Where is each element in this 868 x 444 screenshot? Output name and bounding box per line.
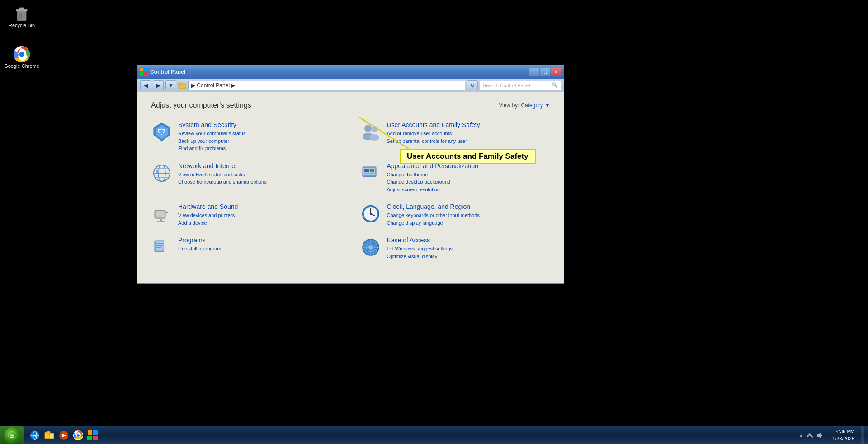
view-by-dropdown[interactable]: Category — [521, 102, 543, 109]
clock-title[interactable]: Clock, Language, and Region — [387, 203, 551, 210]
appearance-link-2[interactable]: Change desktop background — [387, 178, 551, 186]
network-link-2[interactable]: Choose homegroup and sharing options — [178, 178, 342, 186]
svg-point-8 — [19, 52, 24, 57]
start-orb: ⊞ — [4, 427, 20, 444]
svg-marker-73 — [817, 433, 821, 438]
ease-of-access-icon — [360, 236, 382, 258]
taskbar-chrome-icon[interactable] — [71, 429, 85, 442]
svg-rect-37 — [157, 221, 165, 222]
svg-rect-27 — [156, 170, 159, 173]
svg-text:e: e — [33, 433, 36, 438]
recycle-bin-icon[interactable]: Recycle Bin — [4, 5, 40, 28]
user-accounts-title[interactable]: User Accounts and Family Safety — [387, 121, 551, 128]
address-text: ▶ Control Panel ▶ — [191, 82, 235, 89]
recent-button[interactable]: ▼ — [165, 80, 176, 90]
svg-rect-72 — [93, 436, 98, 440]
ease-of-access-link-1[interactable]: Let Windows suggest settings — [387, 245, 551, 253]
adjust-title: Adjust your computer's settings — [151, 101, 251, 109]
search-box[interactable]: Search Control Panel 🔍 — [480, 81, 561, 90]
svg-point-68 — [77, 434, 80, 437]
svg-rect-2 — [19, 8, 24, 10]
svg-rect-70 — [93, 430, 98, 435]
clock-date: 1/23/2025 — [832, 435, 854, 442]
network-link-1[interactable]: View network status and tasks — [178, 171, 342, 179]
categories-grid: 🛡 System and Security Review your comput… — [151, 118, 550, 263]
svg-rect-12 — [144, 72, 147, 76]
svg-rect-32 — [364, 173, 374, 174]
taskbar-explorer-icon[interactable] — [42, 429, 56, 442]
system-security-link-3[interactable]: Find and fix problems — [178, 145, 342, 152]
category-programs: Programs Uninstall a program — [151, 234, 342, 263]
taskbar-ie-icon[interactable]: e — [28, 429, 42, 442]
svg-rect-63 — [49, 433, 54, 439]
start-button[interactable]: ⊞ — [0, 426, 24, 444]
svg-rect-30 — [364, 169, 369, 172]
back-button[interactable]: ◀ — [140, 80, 151, 90]
content-header: Adjust your computer's settings View by:… — [151, 101, 550, 109]
volume-tray-icon — [816, 432, 823, 439]
svg-rect-31 — [370, 169, 374, 172]
clock-time: 4:36 PM — [832, 428, 854, 435]
svg-rect-10 — [144, 68, 147, 71]
svg-point-42 — [370, 213, 372, 215]
maximize-button[interactable]: □ — [540, 68, 550, 76]
system-security-link-2[interactable]: Back up your computer — [178, 137, 342, 145]
refresh-button[interactable]: ↻ — [467, 80, 478, 90]
address-path[interactable]: ▶ Control Panel ▶ — [188, 81, 465, 90]
system-security-text: System and Security Review your computer… — [178, 121, 342, 152]
system-clock[interactable]: 4:36 PM 1/23/2025 — [828, 428, 859, 442]
appearance-link-1[interactable]: Change the theme — [387, 171, 551, 179]
svg-text:🛡: 🛡 — [158, 128, 166, 137]
view-by: View by: Category ▼ — [499, 102, 550, 109]
show-desktop-button[interactable] — [861, 426, 864, 444]
system-tray: ▲ — [796, 432, 826, 439]
svg-point-21 — [369, 134, 379, 141]
ease-of-access-title[interactable]: Ease of Access — [387, 236, 551, 244]
hardware-link-1[interactable]: View devices and printers — [178, 212, 342, 219]
programs-link-1[interactable]: Uninstall a program — [178, 245, 342, 253]
category-hardware: Hardware and Sound View devices and prin… — [151, 200, 342, 229]
svg-rect-69 — [88, 430, 92, 435]
clock-link-1[interactable]: Change keyboards or other input methods — [387, 212, 551, 219]
appearance-title[interactable]: Appearance and Personalization — [387, 162, 551, 170]
hardware-title[interactable]: Hardware and Sound — [178, 203, 342, 210]
tray-arrow[interactable]: ▲ — [799, 433, 803, 438]
close-button[interactable]: ✕ — [551, 68, 561, 76]
user-accounts-icon — [360, 121, 382, 143]
window-title: Control Panel — [140, 68, 185, 76]
svg-rect-34 — [165, 212, 168, 213]
view-by-arrow[interactable]: ▼ — [545, 102, 550, 109]
clock-link-2[interactable]: Change display language — [387, 219, 551, 227]
ease-of-access-link-2[interactable]: Optimize visual display — [387, 253, 551, 260]
appearance-link-3[interactable]: Adjust screen resolution — [387, 186, 551, 194]
svg-rect-14 — [179, 83, 182, 85]
minimize-button[interactable]: − — [529, 68, 539, 76]
hardware-link-2[interactable]: Add a device — [178, 219, 342, 227]
user-accounts-link-2[interactable]: Set up parental controls for any user — [387, 137, 551, 145]
category-ease-of-access: Ease of Access Let Windows suggest setti… — [360, 234, 551, 263]
programs-icon — [151, 236, 173, 258]
appearance-icon — [360, 162, 382, 184]
network-title[interactable]: Network and Internet — [178, 162, 342, 170]
window-controls: − □ ✕ — [529, 68, 561, 76]
google-chrome-icon[interactable]: Google Chrome — [4, 45, 40, 69]
programs-title[interactable]: Programs — [178, 236, 342, 244]
taskbar-media-icon[interactable] — [57, 429, 71, 442]
system-security-link-1[interactable]: Review your computer's status — [178, 130, 342, 137]
forward-button[interactable]: ▶ — [153, 80, 164, 90]
category-appearance: Appearance and Personalization Change th… — [360, 160, 551, 196]
user-accounts-text: User Accounts and Family Safety Add or r… — [387, 121, 551, 145]
taskbar-controlpanel-icon[interactable] — [86, 429, 99, 442]
folder-icon — [178, 81, 186, 90]
system-security-icon: 🛡 — [151, 121, 173, 143]
appearance-text: Appearance and Personalization Change th… — [387, 162, 551, 194]
user-accounts-link-1[interactable]: Add or remove user accounts — [387, 130, 551, 137]
svg-point-20 — [371, 126, 377, 132]
ease-of-access-text: Ease of Access Let Windows suggest setti… — [387, 236, 551, 260]
address-bar: ◀ ▶ ▼ ▶ Control Panel ▶ ↻ Search Control… — [137, 79, 564, 92]
system-security-title[interactable]: System and Security — [178, 121, 342, 128]
window-content: Adjust your computer's settings View by:… — [137, 92, 564, 283]
view-by-label: View by: — [499, 102, 519, 109]
control-panel-icon — [140, 68, 147, 76]
network-tray-icon — [806, 432, 813, 439]
